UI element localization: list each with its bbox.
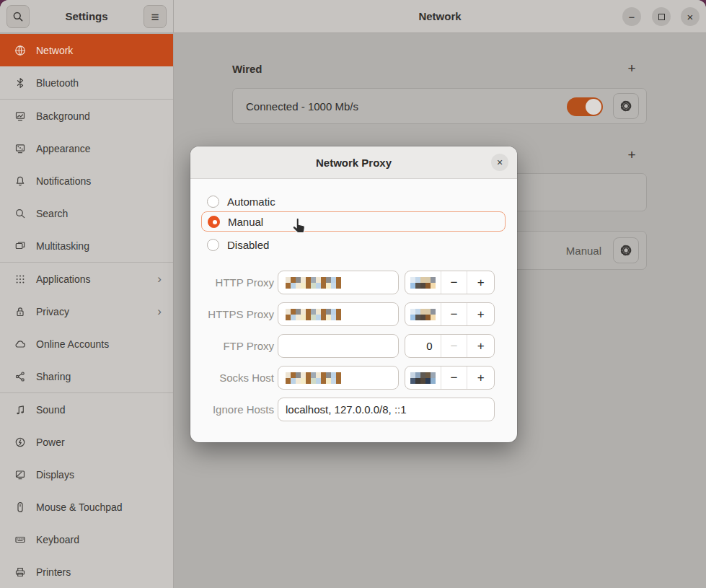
https-port-value: [405, 303, 441, 325]
close-icon: ×: [497, 157, 503, 168]
socks-host-input[interactable]: [278, 366, 399, 390]
sidebar-item-label: Displays: [36, 469, 74, 481]
http-proxy-row: HTTP Proxy − +: [190, 271, 517, 294]
gear-icon: [619, 100, 632, 113]
https-port-increment-button[interactable]: +: [467, 303, 494, 325]
redacted-host-value: [286, 309, 341, 320]
minus-icon: −: [450, 307, 457, 322]
mouse-icon: [14, 501, 26, 513]
redacted-port-value: [410, 372, 436, 384]
sidebar-item-label: Keyboard: [36, 534, 79, 545]
radio-disabled[interactable]: Disabled: [201, 234, 506, 255]
printer-icon: [14, 566, 26, 578]
minus-icon: −: [451, 339, 458, 354]
http-port-decrement-button[interactable]: −: [441, 271, 468, 294]
radio-label: Automatic: [227, 196, 275, 208]
sidebar-item-search[interactable]: Search: [0, 197, 173, 229]
magnifier-icon: [14, 208, 26, 219]
ftp-port-spinbutton[interactable]: 0 − +: [405, 334, 495, 358]
minimize-button[interactable]: −: [622, 7, 641, 26]
sidebar-item-sharing[interactable]: Sharing: [0, 360, 173, 392]
sidebar-item-online-accounts[interactable]: Online Accounts: [0, 328, 173, 360]
https-proxy-label: HTTPS Proxy: [190, 302, 274, 326]
sidebar-item-power[interactable]: Power: [0, 426, 173, 458]
socks-port-spinbutton[interactable]: − +: [405, 366, 495, 390]
lock-icon: [14, 306, 26, 317]
ignore-hosts-input[interactable]: [278, 398, 495, 421]
http-proxy-input[interactable]: [278, 271, 399, 294]
minus-icon: −: [450, 276, 457, 290]
ftp-port-increment-button[interactable]: +: [467, 335, 494, 357]
radio-selected-icon: [208, 216, 220, 228]
sidebar-item-privacy[interactable]: Privacy ›: [0, 295, 173, 328]
sidebar-item-label: Mouse & Touchpad: [36, 501, 123, 513]
ftp-port-decrement-button[interactable]: −: [441, 335, 468, 357]
sidebar-item-notifications[interactable]: Notifications: [0, 164, 173, 197]
sidebar-item-appearance[interactable]: Appearance: [0, 132, 173, 164]
https-port-spinbutton[interactable]: − +: [405, 302, 495, 326]
sidebar-item-label: Applications: [36, 273, 91, 285]
wired-section-title: Wired: [232, 63, 262, 75]
https-proxy-row: HTTPS Proxy − +: [190, 302, 517, 326]
wired-connection-card: Connected - 1000 Mb/s: [232, 88, 647, 124]
https-port-decrement-button[interactable]: −: [441, 303, 468, 325]
sidebar-item-bluetooth[interactable]: Bluetooth: [0, 66, 173, 99]
plus-icon: +: [627, 61, 635, 76]
sidebar-item-label: Bluetooth: [36, 77, 79, 89]
socks-port-value: [405, 367, 441, 389]
wired-settings-button[interactable]: [613, 93, 639, 119]
bell-icon: [14, 175, 26, 187]
https-proxy-input[interactable]: [278, 302, 399, 326]
sidebar-item-label: Search: [36, 208, 68, 219]
proxy-settings-button[interactable]: [613, 237, 639, 263]
wired-toggle[interactable]: [567, 97, 603, 116]
app-grid-icon: [14, 273, 26, 285]
radio-icon: [207, 196, 219, 208]
http-port-spinbutton[interactable]: − +: [405, 271, 495, 294]
keyboard-icon: [14, 534, 26, 545]
sidebar-item-keyboard[interactable]: Keyboard: [0, 523, 173, 556]
redacted-port-value: [410, 309, 436, 320]
menu-icon: ≡: [151, 10, 159, 24]
maximize-button[interactable]: [652, 7, 671, 26]
plus-icon: +: [477, 307, 485, 322]
cloud-icon: [14, 338, 26, 350]
redacted-host-value: [286, 372, 341, 384]
proxy-mode-value: Manual: [566, 232, 601, 269]
http-port-increment-button[interactable]: +: [467, 271, 494, 294]
sidebar-item-label: Appearance: [36, 143, 91, 154]
radio-automatic[interactable]: Automatic: [201, 191, 506, 211]
add-wired-button[interactable]: +: [622, 58, 642, 79]
sidebar-item-network[interactable]: Network: [0, 34, 173, 66]
plus-icon: +: [477, 276, 485, 290]
sidebar-item-mouse-touchpad[interactable]: Mouse & Touchpad: [0, 491, 173, 523]
sidebar-item-label: Privacy: [36, 306, 69, 317]
ftp-proxy-label: FTP Proxy: [190, 334, 274, 358]
ftp-proxy-input[interactable]: [278, 334, 399, 358]
dialog-header: Network Proxy ×: [190, 146, 517, 179]
chevron-right-icon: ›: [157, 304, 162, 319]
radio-manual[interactable]: Manual: [201, 211, 506, 232]
close-icon: ×: [687, 11, 694, 23]
sidebar-item-displays[interactable]: Displays: [0, 458, 173, 491]
socks-port-decrement-button[interactable]: −: [441, 367, 468, 389]
toggle-knob: [586, 99, 601, 115]
close-button[interactable]: ×: [681, 7, 700, 26]
menu-button[interactable]: ≡: [144, 5, 167, 28]
minus-icon: −: [450, 371, 457, 385]
sidebar-item-label: Online Accounts: [36, 338, 109, 350]
dialog-close-button[interactable]: ×: [491, 154, 508, 171]
sidebar-item-applications[interactable]: Applications ›: [0, 263, 173, 295]
sidebar-item-printers[interactable]: Printers: [0, 556, 173, 588]
music-note-icon: [14, 404, 26, 416]
add-vpn-button[interactable]: +: [622, 145, 642, 165]
ftp-port-value: 0: [405, 335, 441, 357]
globe-icon: [14, 45, 26, 56]
display-icon: [14, 469, 26, 481]
sidebar-item-sound[interactable]: Sound: [0, 393, 173, 426]
sidebar-item-multitasking[interactable]: Multitasking: [0, 229, 173, 262]
radio-label: Disabled: [227, 239, 269, 251]
main-headerbar: Network − ×: [174, 0, 706, 33]
sidebar-item-background[interactable]: Background: [0, 100, 173, 132]
socks-port-increment-button[interactable]: +: [467, 367, 494, 389]
